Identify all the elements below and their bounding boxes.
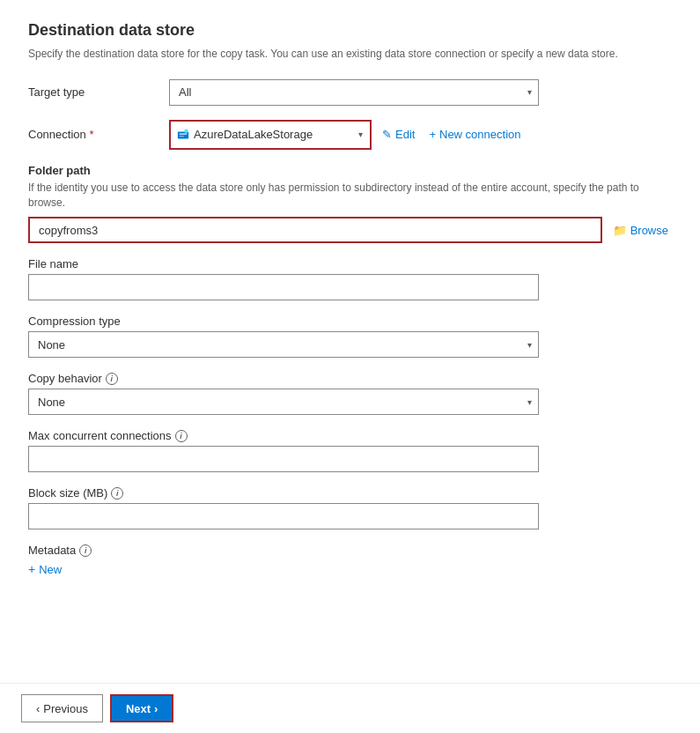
folder-path-desc: If the identity you use to access the da… — [28, 181, 672, 211]
browse-button[interactable]: 📁 Browse — [609, 222, 672, 239]
metadata-info-icon: i — [79, 544, 92, 557]
target-type-select[interactable]: All Azure File — [169, 79, 539, 106]
copy-behavior-label: Copy behavior i — [28, 372, 672, 385]
block-size-label: Block size (MB) i — [28, 486, 672, 500]
file-name-label: File name — [28, 257, 672, 270]
copy-behavior-select[interactable]: None AddPrefix PreserveHierarchy Flatten… — [28, 389, 539, 415]
edit-icon: ✎ — [382, 128, 392, 141]
previous-chevron-icon: ‹ — [36, 702, 40, 715]
copy-behavior-info-icon: i — [106, 373, 118, 385]
target-type-label: Target type — [28, 85, 169, 99]
previous-button[interactable]: ‹ Previous — [21, 694, 103, 722]
add-new-metadata-button[interactable]: + New — [28, 560, 62, 578]
connection-select[interactable]: AzureDataLakeStorage AzureBlobStorage — [171, 122, 370, 148]
compression-type-label: Compression type — [28, 315, 672, 328]
page-description: Specify the destination data store for t… — [28, 47, 672, 62]
new-connection-plus-icon: + — [429, 128, 436, 141]
metadata-label: Metadata i — [28, 544, 672, 557]
block-size-input[interactable] — [28, 503, 539, 529]
file-name-input[interactable] — [28, 274, 539, 300]
connection-label: Connection * — [28, 128, 169, 141]
max-connections-info-icon: i — [175, 430, 188, 442]
new-connection-button[interactable]: + New connection — [425, 126, 524, 143]
footer: ‹ Previous Next › — [0, 683, 700, 733]
next-chevron-icon: › — [154, 702, 158, 715]
max-connections-input[interactable] — [28, 446, 539, 472]
edit-button[interactable]: ✎ Edit — [379, 126, 418, 143]
browse-folder-icon: 📁 — [613, 224, 627, 237]
block-size-info-icon: i — [111, 487, 123, 500]
folder-path-input[interactable] — [28, 217, 602, 243]
folder-path-title: Folder path — [28, 164, 672, 177]
max-connections-label: Max concurrent connections i — [28, 429, 672, 442]
page-title: Destination data store — [28, 21, 672, 40]
compression-type-select[interactable]: None Gzip Deflate BZip2 ZipDeflate — [28, 331, 539, 358]
metadata-plus-icon: + — [28, 562, 35, 576]
next-button[interactable]: Next › — [110, 694, 174, 722]
